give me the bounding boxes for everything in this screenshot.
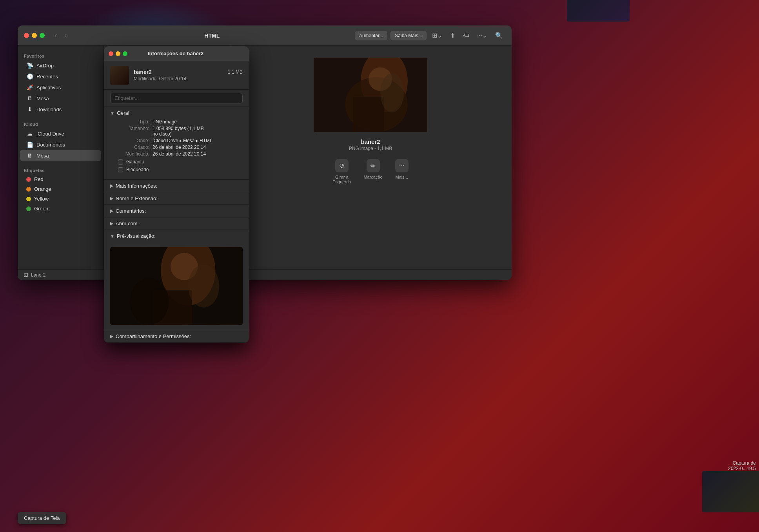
- sidebar-item-recentes[interactable]: 🕐 Recentes: [20, 71, 101, 82]
- info-label: Onde:: [110, 138, 149, 143]
- info-row-modificado: Modificado: 26 de abril de 2022 20:14: [110, 151, 243, 157]
- thumbnail-image: [702, 471, 759, 512]
- markup-label: Marcação: [363, 175, 382, 179]
- sidebar-item-label: Downloads: [36, 107, 62, 112]
- expand-toggle-icon: ▶: [110, 196, 113, 201]
- sidebar-item-documentos[interactable]: 📄 Documentos: [20, 139, 101, 150]
- info-nome-extensao[interactable]: ▶ Nome e Extensão:: [104, 192, 249, 205]
- icloud-drive-icon: ☁: [26, 130, 33, 137]
- info-label: Criado:: [110, 145, 149, 150]
- rotate-left-button[interactable]: ↺ Girar àEsquerda: [332, 159, 351, 184]
- sidebar-item-downloads[interactable]: ⬇ Downloads: [20, 104, 101, 115]
- mesa-icon: 🖥: [26, 95, 33, 102]
- sidebar-item-aplicativos[interactable]: 🚀 Aplicativos: [20, 82, 101, 93]
- info-minimize-button[interactable]: [116, 51, 120, 56]
- info-label: Tipo:: [110, 119, 149, 125]
- share-button[interactable]: ⬆: [448, 30, 458, 41]
- icloud-section-label: iCloud: [18, 119, 104, 128]
- bloqueado-label: Bloqueado: [126, 167, 149, 172]
- sidebar-tag-red[interactable]: Red: [20, 174, 101, 184]
- expand-toggle-icon: ▶: [110, 183, 113, 188]
- info-preview-header[interactable]: ▼ Pré-visualização:: [104, 230, 249, 242]
- info-abrir-com[interactable]: ▶ Abrir com:: [104, 217, 249, 230]
- minimize-button[interactable]: [32, 33, 37, 38]
- back-button[interactable]: ‹: [53, 31, 59, 41]
- augment-button[interactable]: Aumentar...: [355, 31, 387, 40]
- more-actions-button[interactable]: ··· Mais...: [395, 159, 409, 184]
- saibamais-button[interactable]: Saiba Mais...: [390, 31, 426, 40]
- info-value: 1.058.890 bytes (1,1 MBno disco): [153, 126, 243, 137]
- info-file-thumbnail: [110, 66, 129, 85]
- info-mais-informacoes[interactable]: ▶ Mais Informações:: [104, 180, 249, 192]
- sidebar-tag-orange[interactable]: Orange: [20, 184, 101, 194]
- sidebar-item-icloud-drive[interactable]: ☁ iCloud Drive: [20, 128, 101, 139]
- gabarito-label: Gabarito: [126, 159, 144, 165]
- info-value: iCloud Drive ▸ Mesa ▸ HTML: [153, 138, 243, 143]
- info-geral-section: ▼ Geral: Tipo: PNG image Tamanho: 1.058.…: [104, 107, 249, 180]
- sidebar-item-airdrop[interactable]: 📡 AirDrop: [20, 60, 101, 71]
- info-row-tipo: Tipo: PNG image: [110, 119, 243, 125]
- close-button[interactable]: [24, 33, 29, 38]
- downloads-icon: ⬇: [26, 106, 33, 113]
- sidebar-tag-yellow[interactable]: Yellow: [20, 194, 101, 204]
- info-row-onde: Onde: iCloud Drive ▸ Mesa ▸ HTML: [110, 138, 243, 143]
- more-options-button[interactable]: ···⌄: [475, 30, 490, 41]
- captura-de-tela-button[interactable]: Captura de Tela: [18, 512, 66, 524]
- sidebar-item-mesa[interactable]: 🖥 Mesa: [20, 93, 101, 104]
- info-close-button[interactable]: [109, 51, 113, 56]
- info-geral-header[interactable]: ▼ Geral:: [104, 107, 249, 119]
- status-icon: 🖼: [24, 272, 29, 278]
- info-maximize-button[interactable]: [123, 51, 127, 56]
- sidebar-item-label: Mesa: [36, 153, 49, 159]
- desktop-thumbnail-tr: [567, 0, 630, 22]
- info-geral-content: Tipo: PNG image Tamanho: 1.058.890 bytes…: [104, 119, 249, 179]
- info-geral-label: Geral:: [117, 110, 131, 116]
- tag-label: Yellow: [34, 196, 49, 202]
- preview-image-content: [314, 58, 427, 132]
- forward-button[interactable]: ›: [62, 31, 69, 41]
- preview-filename: baner2: [349, 138, 392, 145]
- svg-point-5: [380, 73, 404, 112]
- collapse-toggle-icon: ▼: [110, 111, 114, 116]
- abrir-com-label: Abrir com:: [116, 221, 139, 226]
- status-filename: 🖼 baner2: [24, 272, 45, 278]
- tag-label: Red: [34, 176, 44, 182]
- info-preview-section: ▼ Pré-visualização:: [104, 230, 249, 330]
- sidebar-item-label: Documentos: [36, 142, 65, 148]
- status-text: baner2: [31, 272, 45, 278]
- view-toggle-button[interactable]: ⊞⌄: [430, 30, 445, 41]
- finder-window: ‹ › HTML Aumentar... Saiba Mais... ⊞⌄ ⬆ …: [18, 25, 512, 280]
- mais-info-label: Mais Informações:: [116, 183, 157, 189]
- desktop-thumbnail-br: [702, 471, 759, 512]
- sidebar-item-mesa-icloud[interactable]: 🖥 Mesa: [20, 150, 101, 161]
- sidebar-tag-green[interactable]: Green: [20, 204, 101, 214]
- info-filename: baner2: [134, 69, 152, 75]
- search-button[interactable]: 🔍: [493, 30, 505, 41]
- tag-input[interactable]: [110, 93, 243, 103]
- info-file-header: baner2 1,1 MB Modificado: Ontem 20:14: [104, 61, 249, 90]
- tags-section-label: Etiquetas: [18, 165, 104, 174]
- info-sharing-section[interactable]: ▶ Compartilhamento e Permissões:: [104, 330, 249, 343]
- expand-toggle-icon: ▶: [110, 221, 113, 226]
- info-checkbox-gabarito: Gabarito: [110, 159, 243, 165]
- finder-toolbar: ‹ › HTML Aumentar... Saiba Mais... ⊞⌄ ⬆ …: [18, 25, 512, 46]
- preview-area: baner2 PNG image - 1,1 MB ↺ Girar àEsque…: [229, 46, 512, 269]
- info-preview-thumbnail: [110, 247, 243, 325]
- orange-tag-dot: [26, 187, 31, 192]
- airdrop-icon: 📡: [26, 62, 33, 69]
- traffic-lights: [24, 33, 45, 38]
- tag-button[interactable]: 🏷: [461, 31, 472, 41]
- info-comentarios[interactable]: ▶ Comentários:: [104, 205, 249, 217]
- sidebar-item-label: Aplicativos: [36, 85, 61, 90]
- toolbar-right: Aumentar... Saiba Mais... ⊞⌄ ⬆ 🏷 ···⌄ 🔍: [355, 30, 505, 41]
- maximize-button[interactable]: [40, 33, 45, 38]
- bloqueado-checkbox[interactable]: [118, 167, 123, 172]
- info-label: Modificado:: [110, 151, 149, 157]
- preview-actions: ↺ Girar àEsquerda ✏ Marcação ··· Mais...: [332, 159, 408, 184]
- favorites-section-label: Favoritos: [18, 51, 104, 60]
- nome-extensao-label: Nome e Extensão:: [116, 195, 158, 201]
- thumbnail-caption: Captura de 2022-0...19.5: [728, 460, 756, 471]
- markup-button[interactable]: ✏ Marcação: [363, 159, 382, 184]
- sidebar-item-label: iCloud Drive: [36, 131, 64, 137]
- gabarito-checkbox[interactable]: [118, 159, 123, 165]
